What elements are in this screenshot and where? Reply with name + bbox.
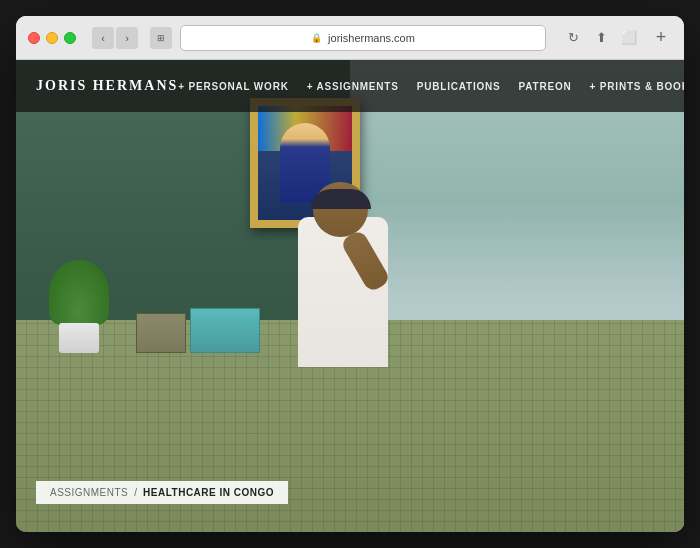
close-button[interactable] [28,32,40,44]
url-text: jorishermans.com [328,32,415,44]
share-button[interactable]: ⬆ [590,27,612,49]
site-menu: + PERSONAL WORK + ASSIGNMENTS PUBLICATIO… [178,81,684,92]
website-content: JORIS HERMANS + PERSONAL WORK + ASSIGNME… [16,60,684,532]
maximize-button[interactable] [64,32,76,44]
minimize-button[interactable] [46,32,58,44]
tab-button[interactable]: ⊞ [150,27,172,49]
book-stack [136,313,186,353]
refresh-button[interactable]: ↻ [562,27,584,49]
menu-item-publications[interactable]: PUBLICATIONS [417,81,501,92]
share-icon: ⬆ [596,30,607,45]
menu-item-personal-work[interactable]: + PERSONAL WORK [178,81,288,92]
medical-box [190,308,260,353]
site-navigation: JORIS HERMANS + PERSONAL WORK + ASSIGNME… [16,60,684,112]
browser-chrome: ‹ › ⊞ 🔒 jorishermans.com ↻ ⬆ ⬜ + [16,16,684,60]
back-button[interactable]: ‹ [92,27,114,49]
menu-item-prints-books[interactable]: + PRINTS & BOOKS [590,81,684,92]
menu-item-patreon[interactable]: PATREON [519,81,572,92]
browser-actions: ↻ ⬆ ⬜ [562,27,640,49]
bookmark-icon: ⬜ [621,30,637,45]
lock-icon: 🔒 [311,33,322,43]
hero-scene [16,60,684,532]
traffic-lights [28,32,76,44]
forward-button[interactable]: › [116,27,138,49]
doctor-cap [311,189,371,209]
new-tab-button[interactable]: + [650,27,672,49]
address-bar[interactable]: 🔒 jorishermans.com [180,25,546,51]
desk-items [136,308,260,353]
site-logo: JORIS HERMANS [36,78,178,94]
menu-item-assignments[interactable]: + ASSIGNMENTS [307,81,399,92]
plant-decoration [49,263,109,353]
caption-title: HEALTHCARE IN CONGO [143,487,274,498]
back-icon: ‹ [101,32,105,44]
caption-bar: ASSIGNMENTS / HEALTHCARE IN CONGO [36,481,288,504]
browser-window: ‹ › ⊞ 🔒 jorishermans.com ↻ ⬆ ⬜ + [16,16,684,532]
tab-icon: ⊞ [157,33,165,43]
plant-pot [59,323,99,353]
refresh-icon: ↻ [568,30,579,45]
forward-icon: › [125,32,129,44]
doctor-figure [283,187,403,367]
bookmark-button[interactable]: ⬜ [618,27,640,49]
caption-assignments-label: ASSIGNMENTS [50,487,128,498]
plant-leaves [49,260,109,325]
caption-divider: / [134,487,137,498]
plus-icon: + [656,27,667,48]
nav-buttons: ‹ › [92,27,138,49]
